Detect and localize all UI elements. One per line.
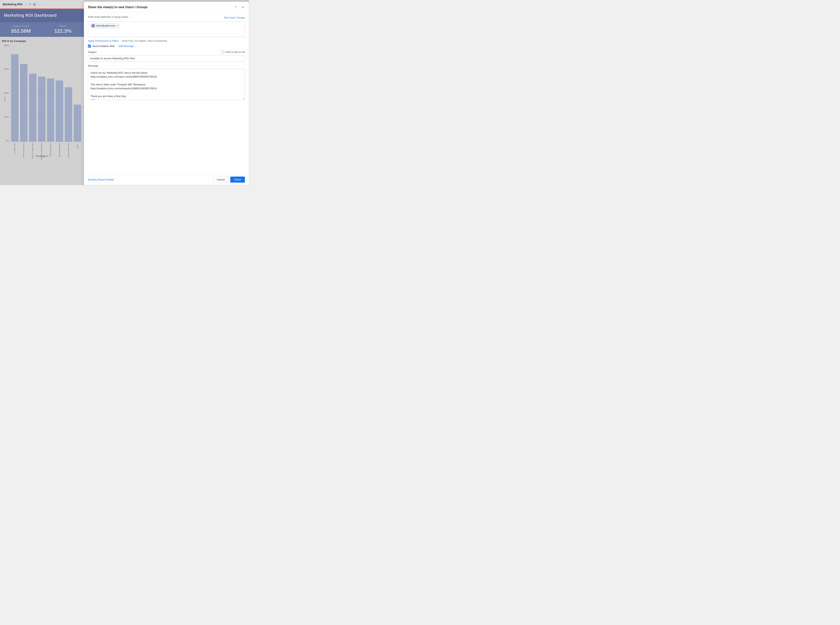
modal-header-icons: ? ✕	[233, 5, 245, 9]
share-modal: Share the view(s) to new Users / Groups …	[84, 2, 249, 185]
existing-shared-link[interactable]: Existing Shared Details	[88, 178, 114, 181]
send-copy-checkbox[interactable]	[221, 51, 224, 53]
modal-title: Share the view(s) to new Users / Groups	[88, 5, 148, 9]
footer-buttons: Cancel Share	[213, 177, 245, 183]
permissions-description: Read Only, Zia Insights, Allow Commentin…	[122, 40, 167, 42]
send-invitation-checkbox[interactable]	[88, 45, 91, 48]
edit-message-link[interactable]: Edit Message	[118, 45, 134, 48]
help-icon: ?	[235, 5, 237, 9]
help-button[interactable]: ?	[233, 5, 238, 9]
subject-label: Subject	[88, 51, 96, 54]
email-tag-avatar: O	[92, 24, 95, 28]
email-input-box[interactable]: O oliver@zylker.com ×	[88, 22, 245, 37]
email-tag-text: oliver@zylker.com	[96, 24, 115, 27]
modal-header: Share the view(s) to new Users / Groups …	[84, 2, 249, 12]
message-label: Message	[88, 64, 245, 67]
pick-users-link[interactable]: Pick Users / Groups	[224, 16, 245, 19]
permissions-row: Apply Permissions & Filters - Read Only,…	[88, 39, 245, 42]
email-tag-oliver: O oliver@zylker.com ×	[90, 23, 120, 28]
email-tag-remove[interactable]: ×	[117, 24, 118, 27]
invitation-row: Send Invitation Mail - Edit Message	[88, 45, 245, 48]
modal-body: Enter email addresses or group names Pic…	[84, 12, 249, 174]
send-invitation-label: Send Invitation Mail	[92, 45, 114, 48]
subject-row: Subject Send a copy to me	[88, 51, 245, 54]
close-button[interactable]: ✕	[240, 5, 245, 9]
email-field-label: Enter email addresses or group names	[88, 16, 128, 18]
subject-input[interactable]	[88, 55, 245, 62]
invitation-separator: -	[116, 45, 117, 48]
send-copy-row: Send a copy to me	[221, 51, 245, 53]
apply-permissions-link[interactable]: Apply Permissions & Filters	[88, 39, 119, 42]
cancel-button[interactable]: Cancel	[213, 177, 228, 183]
message-textarea[interactable]	[88, 69, 245, 100]
close-icon: ✕	[242, 5, 244, 9]
share-button[interactable]: Share	[230, 177, 245, 183]
modal-footer: Existing Shared Details Cancel Share	[84, 174, 249, 185]
email-field-header: Enter email addresses or group names Pic…	[88, 16, 245, 20]
permissions-separator: -	[120, 39, 121, 42]
send-copy-label: Send a copy to me	[225, 51, 245, 53]
